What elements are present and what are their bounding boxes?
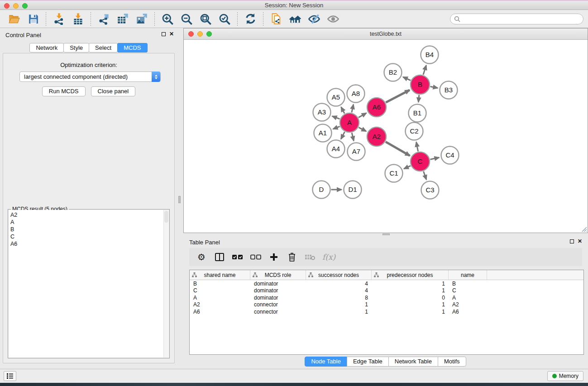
cell-predecessor-nodes[interactable]: 0 xyxy=(372,295,449,301)
criterion-select[interactable]: largest connected component (directed) xyxy=(19,71,161,82)
node-B[interactable]: B xyxy=(411,75,430,94)
show-graphics-details-icon[interactable] xyxy=(325,12,341,26)
export-table-icon[interactable] xyxy=(115,12,130,26)
edge-A-A1[interactable] xyxy=(333,126,340,129)
edge-C-C3[interactable] xyxy=(424,172,426,180)
table-settings-gear-icon[interactable]: ⚙ xyxy=(196,251,207,263)
window-resize-grip[interactable] xyxy=(580,225,587,232)
select-all-icon[interactable] xyxy=(232,251,244,263)
edge-B-B4[interactable] xyxy=(423,65,426,75)
close-panel-button[interactable]: Close panel xyxy=(91,86,136,96)
node-D1[interactable]: D1 xyxy=(344,181,362,199)
cell-shared-name[interactable]: B xyxy=(190,281,250,287)
node-A2[interactable]: A2 xyxy=(367,127,386,146)
cell-MCDS-role[interactable]: connector xyxy=(250,301,306,308)
edge-C-C2[interactable] xyxy=(416,142,418,151)
delete-table-icon[interactable] xyxy=(304,251,316,263)
table-row[interactable]: Bdominator41B xyxy=(190,280,583,287)
float-table-panel-icon[interactable] xyxy=(570,239,574,243)
open-file-icon[interactable] xyxy=(6,12,22,26)
save-session-icon[interactable] xyxy=(25,12,41,26)
column-header-name[interactable]: name xyxy=(449,270,487,280)
cell-predecessor-nodes[interactable]: 1 xyxy=(372,309,449,315)
network-graph[interactable]: AA1A2A3A4A5A6A7A8BB1B2B3B4CC1C2C3C4DD1 xyxy=(184,40,588,233)
edge-A-A2[interactable] xyxy=(359,128,366,132)
node-C1[interactable]: C1 xyxy=(385,165,403,182)
cell-MCDS-role[interactable]: dominator xyxy=(250,295,306,301)
tab-mcds[interactable]: MCDS xyxy=(117,43,147,52)
node-B4[interactable]: B4 xyxy=(421,46,439,64)
node-A3[interactable]: A3 xyxy=(313,104,331,121)
edge-A6-B[interactable] xyxy=(386,90,410,102)
cell-MCDS-role[interactable]: dominator xyxy=(250,281,306,287)
mcds-result-list[interactable]: A2ABCA6 xyxy=(9,210,163,357)
function-builder-icon[interactable]: f(x) xyxy=(322,251,335,263)
cell-shared-name[interactable]: A6 xyxy=(190,309,250,315)
node-A6[interactable]: A6 xyxy=(367,98,386,117)
column-header-successor-nodes[interactable]: successor nodes xyxy=(306,270,372,280)
import-network-icon[interactable] xyxy=(51,12,67,26)
task-history-button[interactable] xyxy=(4,371,16,381)
cell-name[interactable]: A xyxy=(449,295,487,301)
tab-network-table[interactable]: Network Table xyxy=(388,357,438,367)
cell-predecessor-nodes[interactable]: 1 xyxy=(372,281,449,287)
node-A5[interactable]: A5 xyxy=(327,89,345,106)
tab-edge-table[interactable]: Edge Table xyxy=(347,357,389,367)
deselect-all-icon[interactable] xyxy=(250,251,262,263)
column-layout-icon[interactable] xyxy=(214,251,225,263)
tab-network[interactable]: Network xyxy=(29,43,64,52)
column-header-MCDS-role[interactable]: MCDS role xyxy=(250,270,306,280)
result-item[interactable]: C xyxy=(10,233,163,240)
add-column-icon[interactable] xyxy=(268,251,280,263)
column-header-shared-name[interactable]: shared name xyxy=(190,270,250,280)
import-table-icon[interactable] xyxy=(70,12,86,26)
edge-A2-C[interactable] xyxy=(386,142,410,156)
node-A7[interactable]: A7 xyxy=(348,143,365,161)
edge-B-B1[interactable] xyxy=(418,95,419,102)
cell-MCDS-role[interactable]: connector xyxy=(250,309,306,315)
search-input[interactable] xyxy=(450,14,583,24)
edge-A-A7[interactable] xyxy=(352,133,354,141)
table-row[interactable]: Cdominator41C xyxy=(190,287,583,295)
node-A8[interactable]: A8 xyxy=(347,85,365,103)
duplicate-network-icon[interactable] xyxy=(268,12,284,26)
edge-B-B3[interactable] xyxy=(430,86,438,88)
edge-B-B2[interactable] xyxy=(403,77,411,81)
node-A[interactable]: A xyxy=(340,113,359,132)
node-C3[interactable]: C3 xyxy=(421,181,439,199)
cell-successor-nodes[interactable]: 4 xyxy=(306,287,372,294)
cell-name[interactable]: C xyxy=(449,287,487,294)
hide-graphics-details-icon[interactable] xyxy=(306,12,322,26)
edge-A-A5[interactable] xyxy=(341,107,345,114)
node-D[interactable]: D xyxy=(313,181,330,199)
float-panel-icon[interactable] xyxy=(162,32,166,36)
node-B2[interactable]: B2 xyxy=(384,64,402,81)
edge-C-C4[interactable] xyxy=(430,157,439,159)
cell-shared-name[interactable]: C xyxy=(190,287,250,294)
export-network-icon[interactable] xyxy=(96,12,111,26)
refresh-layout-icon[interactable] xyxy=(243,12,258,26)
cell-predecessor-nodes[interactable]: 1 xyxy=(372,301,449,308)
run-mcds-button[interactable]: Run MCDS xyxy=(42,86,86,96)
cell-successor-nodes[interactable]: 8 xyxy=(306,295,372,301)
node-C4[interactable]: C4 xyxy=(441,147,459,164)
result-item[interactable]: A2 xyxy=(10,211,163,219)
networks-home-icon[interactable] xyxy=(287,12,303,26)
node-A4[interactable]: A4 xyxy=(327,140,345,158)
result-scrollbar[interactable] xyxy=(163,210,169,357)
cell-predecessor-nodes[interactable]: 1 xyxy=(372,287,449,294)
table-row[interactable]: A2connector11A2 xyxy=(190,301,583,309)
cell-name[interactable]: B xyxy=(449,281,487,287)
result-item[interactable]: A6 xyxy=(10,240,163,248)
close-panel-icon[interactable]: ✕ xyxy=(169,32,174,36)
delete-column-icon[interactable] xyxy=(286,251,298,263)
cell-successor-nodes[interactable]: 1 xyxy=(306,309,372,315)
node-B1[interactable]: B1 xyxy=(409,105,426,122)
cell-successor-nodes[interactable]: 4 xyxy=(306,281,372,287)
table-row[interactable]: Adominator80A xyxy=(190,294,583,301)
tab-select[interactable]: Select xyxy=(89,43,118,52)
result-item[interactable]: A xyxy=(10,219,163,226)
cell-successor-nodes[interactable]: 1 xyxy=(306,301,372,308)
zoom-out-icon[interactable] xyxy=(179,12,194,26)
cell-shared-name[interactable]: A xyxy=(190,295,250,301)
